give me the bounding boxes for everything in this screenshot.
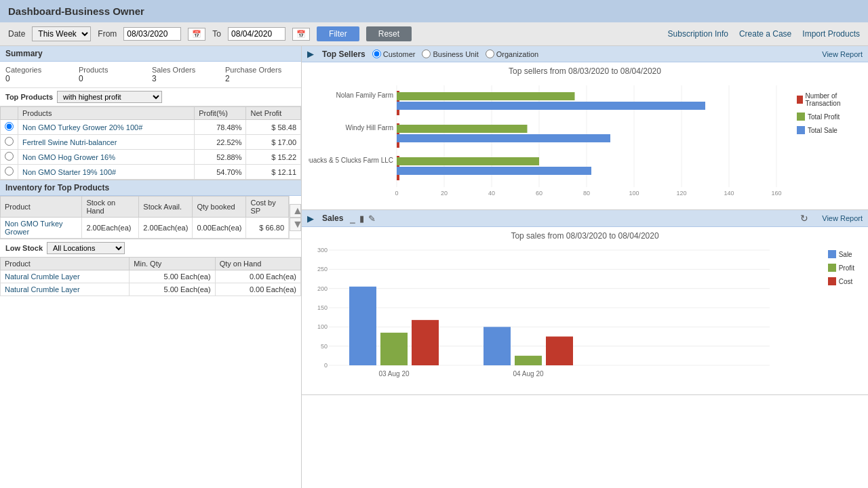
sales-view-report[interactable]: View Report (822, 214, 863, 222)
sales-legend-label-1: Profit (839, 264, 854, 272)
sales-icon: ▶ (307, 214, 314, 224)
top-products-table: Products Profit(%) Net Profit Non GMO Tu… (0, 106, 301, 180)
to-label: To (212, 29, 221, 39)
low-stock-location-select[interactable]: All Locations (47, 242, 125, 254)
low-stock-header: Low Stock All Locations (0, 239, 301, 257)
inventory-section: Inventory for Top Products Product Stock… (0, 180, 301, 239)
reset-button[interactable]: Reset (366, 26, 412, 41)
date-select[interactable]: This Week (32, 26, 91, 41)
ls-product-link-0[interactable]: Natural Crumble Layer (5, 272, 80, 281)
inventory-scroll-down[interactable]: ▼ (290, 218, 301, 231)
sales-edit-btn[interactable]: ✎ (368, 214, 376, 224)
svg-rect-21 (397, 102, 705, 110)
ls-min-qty-0: 5.00 Each(ea) (130, 270, 215, 283)
svg-text:200: 200 (317, 285, 328, 292)
summary-categories: Categories 0 (5, 66, 76, 83)
low-stock-row: Natural Crumble Layer 5.00 Each(ea) 0.00… (1, 283, 301, 296)
radio-business-label[interactable]: Business Unit (422, 49, 478, 58)
tp-product-link-2[interactable]: Non GMO Hog Grower 16% (22, 153, 115, 161)
svg-text:50: 50 (321, 343, 328, 350)
from-calendar-button[interactable]: 📅 (188, 28, 205, 41)
svg-text:04 Aug 20: 04 Aug 20 (513, 370, 543, 378)
sellers-legend-color-1 (797, 113, 805, 121)
sellers-legend-item-2: Total Sale (797, 126, 854, 134)
tp-radio-1[interactable] (5, 137, 14, 146)
sales-legend-color-0 (828, 250, 836, 258)
top-product-row: Fertrell Swine Nutri-balancer 22.52% $ 1… (1, 135, 301, 150)
svg-text:140: 140 (724, 190, 734, 197)
sales-legend: SaleProfitCost (821, 243, 861, 388)
top-sellers-view-report[interactable]: View Report (822, 50, 863, 58)
sales-section: ▶ Sales ⎯ ▮ ✎ ↻ View Report Top sales fr… (302, 210, 868, 395)
inv-th-stock-avail: Stock Avail. (139, 197, 193, 218)
sellers-legend-item-1: Total Profit (797, 113, 854, 121)
summary-purchase-orders: Purchase Orders 2 (225, 66, 296, 83)
ls-th-product: Product (1, 258, 130, 270)
tp-product-link-1[interactable]: Fertrell Swine Nutri-balancer (22, 138, 117, 146)
svg-text:40: 40 (488, 190, 495, 197)
sellers-legend-label-2: Total Sale (808, 127, 837, 134)
summary-products: Products 0 (79, 66, 149, 83)
sales-line-chart-btn[interactable]: ⎯ (350, 214, 355, 224)
sales-legend-item-0: Sale (828, 250, 854, 258)
sales-legend-item-1: Profit (828, 264, 854, 272)
inv-qty-booked-0: 0.00Each(ea) (193, 218, 246, 239)
top-products-label: Top Products (5, 93, 53, 101)
inv-stock-hand-0: 2.00Each(ea) (82, 218, 139, 239)
svg-text:0: 0 (324, 362, 328, 369)
tp-radio-0[interactable] (5, 122, 14, 131)
tp-product-link-3[interactable]: Non GMO Starter 19% 100# (22, 168, 116, 176)
from-date-input[interactable] (123, 27, 181, 41)
import-products-link[interactable]: Import Products (802, 29, 860, 39)
tp-radio-2[interactable] (5, 152, 14, 161)
tp-net-profit-3: $ 12.11 (246, 165, 301, 180)
radio-customer-label[interactable]: Customer (372, 49, 416, 58)
to-calendar-button[interactable]: 📅 (292, 28, 310, 41)
subscription-info-link[interactable]: Subscription Info (668, 29, 728, 39)
svg-text:150: 150 (317, 304, 328, 311)
top-products-filter-select[interactable]: with highest profit with highest sales (57, 91, 162, 103)
sales-orders-label: Sales Orders (152, 66, 222, 74)
svg-rect-29 (397, 167, 591, 175)
top-links: Subscription Info Create a Case Import P… (668, 29, 860, 39)
inv-th-product: Product (1, 197, 82, 218)
sales-refresh-btn[interactable]: ↻ (800, 213, 808, 224)
filter-button[interactable]: Filter (317, 26, 359, 41)
top-products-header: Top Products with highest profit with hi… (0, 88, 301, 106)
to-date-input[interactable] (228, 27, 285, 41)
sales-legend-color-1 (828, 264, 836, 272)
create-case-link[interactable]: Create a Case (739, 29, 791, 39)
ls-qty-hand-1: 0.00 Each(ea) (215, 283, 300, 296)
radio-business[interactable] (422, 49, 431, 58)
svg-text:100: 100 (317, 323, 328, 330)
svg-rect-50 (546, 337, 573, 366)
sales-header: ▶ Sales ⎯ ▮ ✎ ↻ View Report (302, 210, 868, 227)
sellers-legend-label-1: Total Profit (808, 113, 840, 121)
sellers-chart-svg: 020406080100120140160Nolan Family FarmWi… (309, 79, 790, 201)
page-title: Dashboard-Business Owner (0, 0, 868, 22)
inv-product-link-0[interactable]: Non GMO Turkey Grower (5, 220, 63, 236)
sales-chart-title: Top sales from 08/03/2020 to 08/04/2020 (302, 227, 868, 243)
inventory-scroll-up[interactable]: ▲ (290, 204, 301, 218)
radio-org[interactable] (486, 49, 494, 58)
top-sellers-icon: ▶ (307, 49, 314, 59)
svg-rect-49 (515, 356, 542, 365)
radio-org-label[interactable]: Organization (486, 49, 538, 58)
low-stock-section: Low Stock All Locations Product Min. Qty… (0, 239, 301, 296)
th-net-profit: Net Profit (246, 107, 301, 120)
radio-customer[interactable] (372, 49, 381, 58)
sales-legend-label-0: Sale (839, 251, 852, 258)
inv-th-stock-hand: Stock on Hand (82, 197, 139, 218)
svg-text:03 Aug 20: 03 Aug 20 (378, 370, 409, 378)
ls-product-link-1[interactable]: Natural Crumble Layer (5, 285, 80, 293)
products-label: Products (79, 66, 149, 74)
ls-th-min-qty: Min. Qty (130, 258, 215, 270)
from-label: From (98, 29, 117, 39)
svg-text:0: 0 (395, 190, 398, 197)
tp-radio-3[interactable] (5, 167, 14, 176)
tp-product-link-0[interactable]: Non GMO Turkey Grower 20% 100# (22, 123, 142, 131)
categories-label: Categories (5, 66, 76, 74)
sales-title: Sales (322, 214, 343, 223)
sales-chart-svg: 05010015020025030003 Aug 2004 Aug 20 (309, 243, 783, 386)
sales-bar-chart-btn[interactable]: ▮ (359, 214, 364, 224)
